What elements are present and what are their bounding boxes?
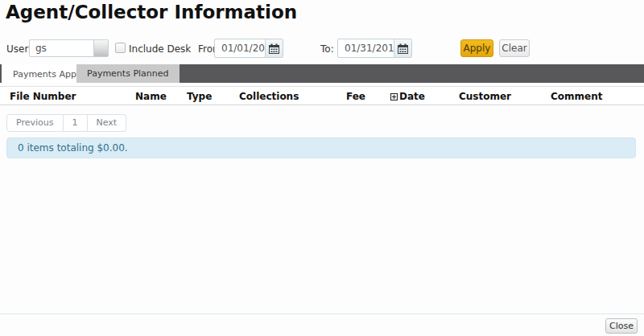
agent-collector-window: Agent/Collector Information Users: Inclu… bbox=[0, 0, 644, 336]
summary-text: 0 items totaling $0.00. bbox=[18, 142, 128, 154]
apply-button[interactable]: Apply bbox=[460, 39, 493, 57]
users-input[interactable] bbox=[30, 40, 93, 56]
page-number-button[interactable]: 1 bbox=[64, 114, 88, 132]
to-date-input[interactable] bbox=[338, 39, 394, 57]
column-header-name[interactable]: Name bbox=[135, 87, 167, 106]
previous-page-button[interactable]: Previous bbox=[6, 114, 64, 132]
include-desk-label: Include Desk bbox=[129, 43, 191, 55]
users-dropdown-button[interactable] bbox=[93, 40, 108, 56]
from-date-input[interactable] bbox=[215, 39, 266, 57]
to-date-field bbox=[337, 39, 412, 58]
include-desk-checkbox[interactable] bbox=[115, 43, 126, 53]
column-header-collections[interactable]: Collections bbox=[239, 87, 299, 106]
to-label: To: bbox=[320, 43, 334, 55]
next-page-button[interactable]: Next bbox=[88, 114, 127, 132]
page-title: Agent/Collector Information bbox=[6, 2, 297, 23]
from-date-field bbox=[214, 39, 283, 58]
column-header-type[interactable]: Type bbox=[187, 87, 212, 106]
to-calendar-button[interactable] bbox=[394, 39, 411, 57]
column-header-customer[interactable]: Customer bbox=[459, 87, 511, 106]
expand-date-icon[interactable] bbox=[390, 93, 398, 100]
tab-bar: Payments Applied Payments Planned bbox=[0, 64, 644, 83]
close-button[interactable]: Close bbox=[605, 318, 638, 334]
column-header-fee[interactable]: Fee bbox=[346, 87, 365, 106]
date-column-label: Date bbox=[399, 91, 425, 102]
users-combobox[interactable] bbox=[29, 39, 109, 57]
pagination: Previous 1 Next bbox=[6, 114, 126, 132]
tab-payments-planned[interactable]: Payments Planned bbox=[76, 64, 180, 83]
table-header: File Number Name Type Collections Fee Da… bbox=[0, 86, 644, 105]
summary-alert: 0 items totaling $0.00. bbox=[6, 137, 636, 158]
footer-divider bbox=[0, 313, 644, 314]
column-header-comment[interactable]: Comment bbox=[551, 87, 602, 106]
column-header-file-number[interactable]: File Number bbox=[10, 87, 76, 106]
from-calendar-button[interactable] bbox=[265, 39, 283, 57]
calendar-icon bbox=[269, 43, 279, 54]
calendar-icon bbox=[398, 43, 408, 54]
column-header-date[interactable]: Date bbox=[390, 87, 425, 106]
clear-button[interactable]: Clear bbox=[499, 39, 530, 57]
